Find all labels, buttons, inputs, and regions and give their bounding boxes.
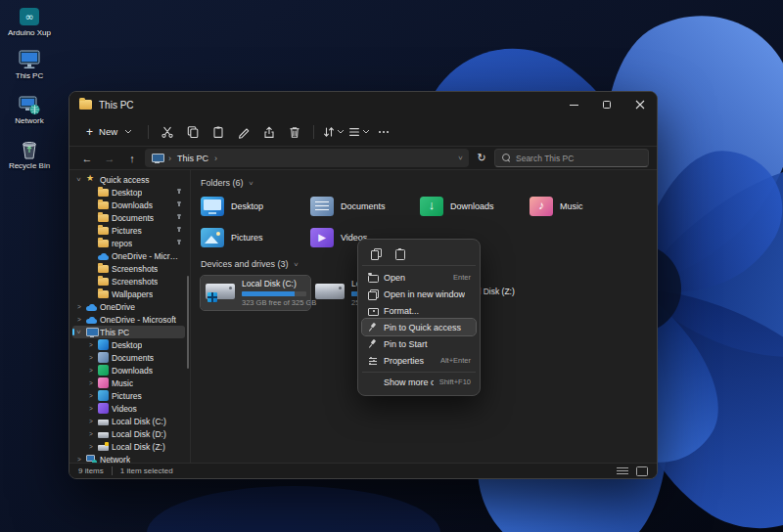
refresh-button[interactable]: ↻ xyxy=(472,149,491,167)
expand-chevron-icon[interactable] xyxy=(87,417,95,426)
sidebar-item[interactable]: OneDrive - Microsoft xyxy=(72,249,185,262)
expand-chevron-icon[interactable] xyxy=(87,366,95,376)
expand-chevron-icon[interactable] xyxy=(87,391,95,401)
folder-icon xyxy=(201,197,224,216)
expand-chevron-icon[interactable] xyxy=(87,226,95,236)
context-menu-item[interactable]: Format... xyxy=(362,302,476,319)
folder-tile[interactable]: Pictures xyxy=(201,226,310,249)
sidebar-item[interactable]: Local Disk (Z:) xyxy=(72,440,185,453)
expand-chevron-icon[interactable] xyxy=(87,277,95,287)
expand-chevron-icon[interactable] xyxy=(75,175,83,185)
sidebar-item[interactable]: Music xyxy=(72,377,185,389)
menu-item-label: Properties xyxy=(384,356,435,366)
maximize-button[interactable] xyxy=(590,92,623,117)
share-icon[interactable] xyxy=(257,121,281,143)
details-view-icon[interactable] xyxy=(617,466,628,476)
sidebar-item[interactable]: Pictures xyxy=(72,389,185,402)
search-box[interactable] xyxy=(494,149,649,167)
folder-tile[interactable]: Music xyxy=(530,195,639,218)
breadcrumb[interactable]: › This PC › > xyxy=(145,149,469,167)
sidebar-scrollbar[interactable] xyxy=(187,276,189,369)
breadcrumb-item-this-pc[interactable]: This PC xyxy=(177,154,208,163)
sidebar-item[interactable]: Videos xyxy=(72,402,185,415)
sidebar-item[interactable]: Desktop xyxy=(72,338,185,351)
sidebar-item[interactable]: Quick access xyxy=(72,173,185,186)
expand-chevron-icon[interactable] xyxy=(87,188,95,198)
expand-chevron-icon[interactable] xyxy=(87,429,95,439)
expand-chevron-icon[interactable] xyxy=(87,264,95,274)
drive-tile[interactable]: Local Disk (C:) 323 GB free of 325 GB xyxy=(201,276,310,310)
desktop-icon-arduino[interactable]: ∞ Arduino Xup xyxy=(3,6,56,38)
section-header-folders[interactable]: Folders (6) > xyxy=(201,178,647,188)
expand-chevron-icon[interactable] xyxy=(87,289,95,299)
expand-chevron-icon[interactable] xyxy=(87,353,95,363)
sidebar-item[interactable]: OneDrive - Microsoft xyxy=(72,313,185,326)
minimize-button[interactable] xyxy=(557,92,590,117)
desktop-icon-network[interactable]: Network xyxy=(3,94,56,126)
menu-item-label: Pin to Start xyxy=(384,339,465,349)
expand-chevron-icon[interactable] xyxy=(87,251,95,261)
folder-tile[interactable]: Desktop xyxy=(201,195,310,218)
expand-chevron-icon[interactable] xyxy=(87,213,95,223)
sidebar-item[interactable]: Network xyxy=(72,453,185,463)
sidebar-item[interactable]: Documents xyxy=(72,211,185,224)
sidebar-item[interactable]: Downloads xyxy=(72,364,185,377)
sidebar-item[interactable]: OneDrive xyxy=(72,300,185,313)
context-menu-item[interactable]: Properties Alt+Enter xyxy=(362,352,476,369)
cut-icon[interactable] xyxy=(156,121,179,143)
expand-chevron-icon[interactable] xyxy=(87,239,95,248)
rename-icon[interactable] xyxy=(232,121,255,143)
close-button[interactable] xyxy=(623,92,657,117)
sidebar-item-label: Videos xyxy=(112,404,137,414)
expand-chevron-icon[interactable] xyxy=(87,404,95,414)
copy-icon[interactable] xyxy=(370,247,382,259)
window-titlebar[interactable]: This PC xyxy=(69,92,657,117)
back-button[interactable]: ← xyxy=(77,149,97,167)
large-icons-view-icon[interactable] xyxy=(636,466,648,476)
chevron-down-icon xyxy=(337,129,345,134)
new-button[interactable]: + New xyxy=(77,121,141,143)
expand-chevron-icon[interactable] xyxy=(75,315,83,325)
copy-icon[interactable] xyxy=(181,121,205,143)
expand-chevron-icon[interactable] xyxy=(87,340,95,350)
expand-chevron-icon[interactable] xyxy=(87,378,95,388)
paste-icon[interactable] xyxy=(207,121,230,143)
view-icon[interactable] xyxy=(346,121,370,143)
forward-button[interactable]: → xyxy=(100,149,119,167)
sidebar-item[interactable]: Local Disk (C:) xyxy=(72,415,185,427)
sidebar-item[interactable]: Screenshots xyxy=(72,262,185,275)
sort-icon[interactable] xyxy=(321,121,345,143)
up-button[interactable]: ↑ xyxy=(122,149,142,167)
folder-tile[interactable]: Documents xyxy=(310,195,420,218)
context-menu-item[interactable]: Pin to Quick access xyxy=(362,319,476,335)
sidebar-item[interactable]: Downloads xyxy=(72,199,185,211)
sidebar-item[interactable]: Pictures xyxy=(72,224,185,237)
delete-icon[interactable] xyxy=(283,121,306,143)
desktop-icon-this-pc[interactable]: This PC xyxy=(3,49,56,81)
sidebar-item[interactable]: This PC xyxy=(72,326,185,338)
sidebar-item-icon xyxy=(98,390,109,401)
sidebar-item[interactable]: Documents xyxy=(72,351,185,364)
paste-icon[interactable] xyxy=(393,247,405,259)
desktop-icon-recycle-bin[interactable]: Recycle Bin xyxy=(3,139,56,171)
sidebar-item[interactable]: Local Disk (D:) xyxy=(72,427,185,440)
context-menu-item[interactable]: Pin to Start xyxy=(362,335,476,352)
folder-tile[interactable]: Downloads xyxy=(420,195,530,218)
context-menu-item[interactable]: Show more options Shift+F10 xyxy=(362,372,476,391)
context-menu-item[interactable]: Open in new window xyxy=(362,286,476,302)
expand-chevron-icon[interactable] xyxy=(87,442,95,452)
drive-icon xyxy=(315,284,345,299)
context-menu-item[interactable]: Open Enter xyxy=(362,269,476,286)
expand-chevron-icon[interactable] xyxy=(87,200,95,210)
address-dropdown-icon[interactable]: > xyxy=(456,155,463,159)
sidebar-item[interactable]: Screenshots xyxy=(72,275,185,288)
search-input[interactable] xyxy=(516,154,641,163)
more-options-icon[interactable] xyxy=(372,121,395,143)
sidebar-item[interactable]: Wallpapers xyxy=(72,288,185,300)
sidebar-item[interactable]: Desktop xyxy=(72,186,185,199)
sidebar-item[interactable]: repos xyxy=(72,237,185,249)
expand-chevron-icon[interactable] xyxy=(75,302,83,312)
expand-chevron-icon[interactable] xyxy=(75,455,83,464)
context-menu: Open Enter Open in new window Format... xyxy=(357,239,481,396)
expand-chevron-icon[interactable] xyxy=(75,328,83,337)
